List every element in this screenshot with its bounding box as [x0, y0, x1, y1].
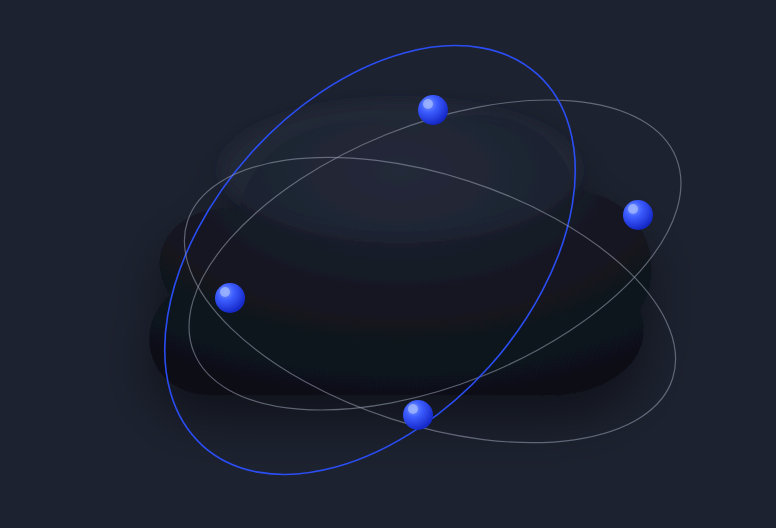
node-bottom [403, 400, 433, 430]
cloud-shape [149, 100, 651, 396]
svg-point-6 [623, 200, 653, 230]
svg-point-7 [628, 204, 638, 214]
cloud-network-illustration [0, 0, 776, 528]
svg-point-9 [220, 287, 230, 297]
svg-point-10 [403, 400, 433, 430]
svg-point-4 [418, 95, 448, 125]
svg-point-11 [408, 404, 418, 414]
node-left [215, 283, 245, 313]
svg-point-5 [423, 99, 433, 109]
svg-point-0 [220, 100, 580, 240]
svg-point-8 [215, 283, 245, 313]
node-top [418, 95, 448, 125]
node-right [623, 200, 653, 230]
